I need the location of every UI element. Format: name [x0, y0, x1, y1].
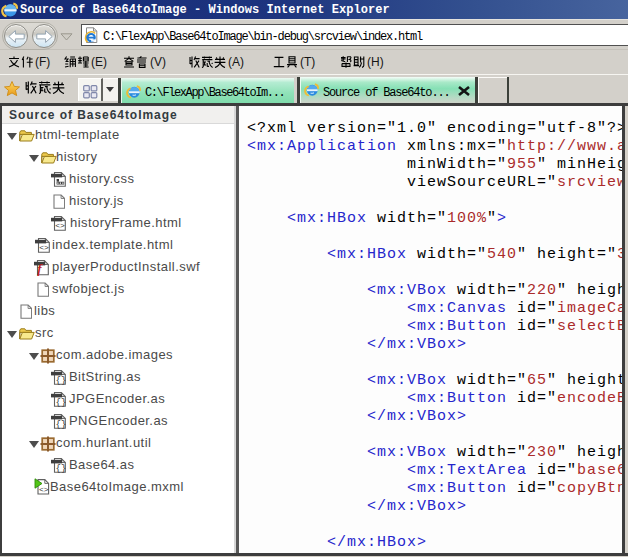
svg-text:{}: {}: [56, 376, 67, 385]
svg-text:{}: {}: [56, 420, 67, 429]
svg-text:<>: <>: [39, 485, 49, 494]
svg-text:{}: {}: [56, 398, 67, 407]
svg-text:{}: {}: [56, 464, 67, 473]
svg-text:<>: <>: [39, 243, 49, 252]
svg-text:<>: <>: [55, 221, 65, 230]
